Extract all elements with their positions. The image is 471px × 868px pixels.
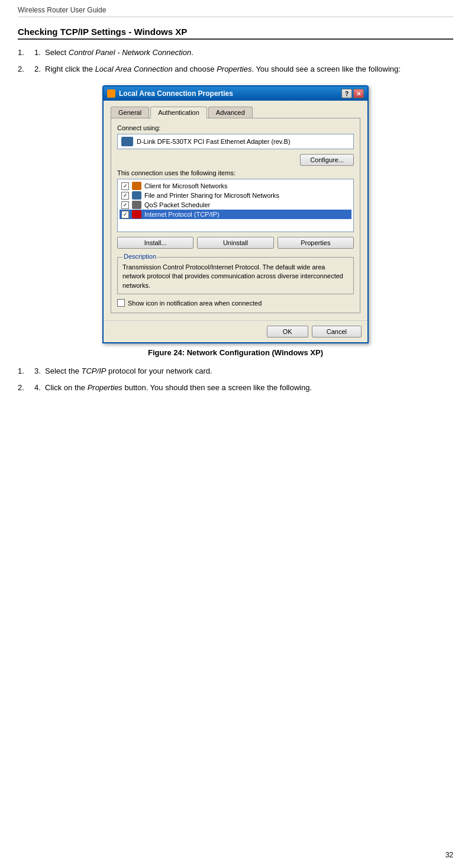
tab-advanced[interactable]: Advanced	[208, 107, 253, 118]
show-icon-checkbox[interactable]	[117, 299, 125, 307]
install-button[interactable]: Install...	[117, 237, 193, 249]
adapter-name: D-Link DFE-530TX PCI Fast Ethernet Adapt…	[137, 138, 291, 145]
step2-italic2: Properties	[217, 65, 251, 73]
configure-button[interactable]: Configure...	[300, 154, 354, 166]
ok-button[interactable]: OK	[267, 326, 308, 337]
checkbox-1[interactable]	[121, 192, 129, 200]
tab-content: Connect using: D-Link DFE-530TX PCI Fast…	[111, 118, 360, 313]
page-header: Wireless Router User Guide	[18, 6, 453, 17]
section-heading-text: Checking TCP/IP Settings - Windows XP	[18, 27, 187, 37]
step-2: 2. Right click the Local Area Connection…	[18, 63, 453, 75]
checkbox-3[interactable]	[121, 211, 129, 218]
titlebar-left: Local Area Connection Properties	[107, 89, 233, 98]
uninstall-button[interactable]: Uninstall	[197, 237, 273, 249]
cancel-button[interactable]: Cancel	[312, 326, 362, 337]
checkbox-2[interactable]	[121, 201, 129, 209]
network-icon	[132, 182, 141, 190]
step1-italic: Control Panel - Network Connection	[69, 48, 191, 57]
items-list: Client for Microsoft Networks File and P…	[117, 179, 354, 232]
close-button[interactable]: ✕	[353, 89, 364, 98]
show-icon-label: Show icon in notification area when conn…	[128, 300, 262, 307]
page-number: 32	[446, 851, 453, 859]
checkbox-0[interactable]	[121, 182, 129, 190]
tab-general[interactable]: General	[111, 107, 149, 118]
figure-caption: Figure 24: Network Configuration (Window…	[18, 348, 453, 357]
titlebar-buttons[interactable]: ? ✕	[341, 89, 364, 98]
tabs[interactable]: General Authentication Advanced	[111, 107, 360, 118]
list-item-1[interactable]: File and Printer Sharing for Microsoft N…	[120, 191, 351, 200]
list-item-0[interactable]: Client for Microsoft Networks	[120, 181, 351, 191]
dialog-footer: OK Cancel	[104, 320, 367, 342]
steps-list: 1. Select Control Panel - Network Connec…	[18, 47, 453, 75]
header-title: Wireless Router User Guide	[18, 6, 106, 14]
scheduler-icon	[132, 201, 141, 209]
tab-authentication[interactable]: Authentication	[150, 107, 207, 118]
step4-italic: Properties	[88, 383, 122, 392]
dialog-icon	[107, 89, 115, 98]
local-area-connection-dialog: Local Area Connection Properties ? ✕ Gen…	[102, 85, 369, 343]
printer-icon	[132, 191, 141, 200]
list-item-2[interactable]: QoS Packet Scheduler	[120, 200, 351, 210]
step2-italic1: Local Area Connection	[95, 65, 173, 73]
section-heading: Checking TCP/IP Settings - Windows XP	[18, 27, 453, 40]
dialog-titlebar: Local Area Connection Properties ? ✕	[104, 86, 367, 101]
properties-button[interactable]: Properties	[278, 237, 354, 249]
dialog-body: General Authentication Advanced Connect …	[104, 101, 367, 320]
description-legend: Description	[122, 253, 157, 260]
step3-italic: TCP/IP	[82, 367, 107, 375]
tcp-icon	[132, 210, 141, 218]
list-item-3[interactable]: Internet Protocol (TCP/IP)	[120, 210, 351, 219]
adapter-icon	[121, 137, 133, 146]
item-label-0: Client for Microsoft Networks	[144, 182, 228, 189]
description-text: Transmission Control Protocol/Internet P…	[118, 261, 353, 294]
help-button[interactable]: ?	[341, 89, 352, 98]
steps-after-list: 3. Select the TCP/IP protocol for your n…	[18, 365, 453, 393]
dialog-title: Local Area Connection Properties	[119, 89, 233, 98]
dialog-container: Local Area Connection Properties ? ✕ Gen…	[18, 85, 453, 343]
step-4: 4. Click on the Properties button. You s…	[18, 382, 453, 394]
connect-using-label: Connect using:	[117, 124, 354, 131]
description-group: Description Transmission Control Protoco…	[117, 253, 354, 294]
step-3: 3. Select the TCP/IP protocol for your n…	[18, 365, 453, 377]
uses-label: This connection uses the following items…	[117, 169, 354, 176]
configure-btn-row: Configure...	[117, 154, 354, 166]
item-label-1: File and Printer Sharing for Microsoft N…	[144, 192, 279, 199]
item-label-3: Internet Protocol (TCP/IP)	[144, 211, 220, 218]
adapter-box: D-Link DFE-530TX PCI Fast Ethernet Adapt…	[117, 134, 354, 149]
step-1: 1. Select Control Panel - Network Connec…	[18, 47, 453, 59]
item-label-2: QoS Packet Scheduler	[144, 201, 210, 208]
action-buttons: Install... Uninstall Properties	[117, 237, 354, 249]
show-icon-row[interactable]: Show icon in notification area when conn…	[117, 299, 354, 307]
